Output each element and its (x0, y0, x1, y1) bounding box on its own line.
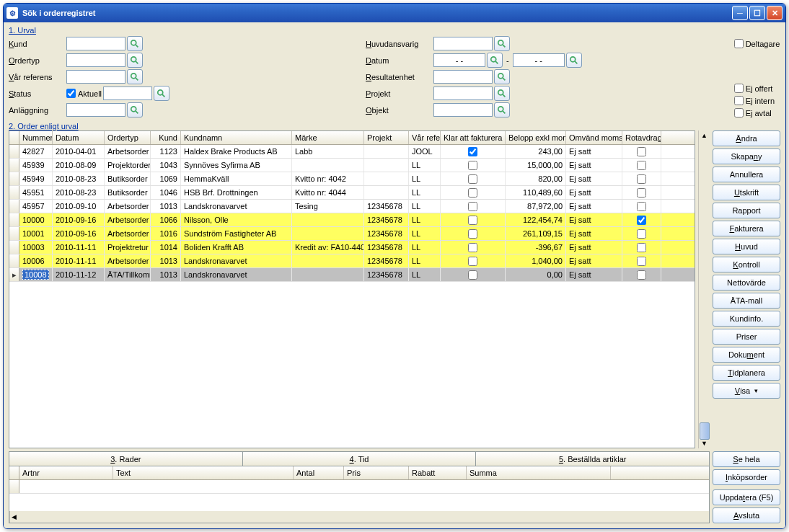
button-tamall[interactable]: ÄTA-mall (713, 293, 780, 309)
klar-checkbox[interactable] (468, 188, 477, 198)
button-kundinfo[interactable]: Kundinfo. (713, 311, 780, 327)
column-header[interactable]: Ordertyp (105, 131, 151, 144)
column-header[interactable]: Datum (53, 131, 105, 144)
table-row[interactable]: 459492010-08-23Butiksorder1069HemmaKväll… (9, 172, 695, 186)
filter-input-2[interactable] (66, 70, 125, 84)
deltagare-checkbox[interactable]: Deltagare (734, 36, 780, 51)
lookup-icon[interactable] (154, 86, 169, 101)
filter-input-r3[interactable] (433, 87, 493, 100)
filter-input-r0[interactable] (433, 37, 493, 50)
rot-checkbox[interactable] (637, 270, 646, 280)
rot-checkbox[interactable] (637, 147, 646, 156)
button-priser[interactable]: Priser (713, 329, 780, 345)
lines-grid[interactable]: ArtnrTextAntalPrisRabattSumma ◀ (9, 466, 710, 523)
button-dokument[interactable]: Dokument (713, 347, 780, 363)
column-header[interactable]: Rotavdrag (622, 131, 661, 144)
column-header[interactable]: Pris (344, 466, 409, 479)
table-row[interactable]: 459572010-09-10Arbetsorder1013Landskrona… (9, 200, 695, 213)
rot-checkbox[interactable] (637, 174, 646, 184)
filter-input-r2[interactable] (433, 70, 493, 84)
klar-checkbox[interactable] (468, 270, 477, 280)
filter-input-1[interactable] (66, 53, 125, 67)
button-utskrift[interactable]: Utskrift (713, 185, 780, 200)
button-ndra[interactable]: Ändra (713, 130, 780, 146)
minimize-button[interactable]: ─ (732, 6, 748, 20)
lookup-icon[interactable] (494, 36, 510, 51)
rot-checkbox[interactable] (637, 229, 646, 239)
filter-input-4[interactable] (66, 103, 125, 117)
calendar-icon[interactable] (487, 53, 503, 68)
klar-checkbox[interactable] (468, 161, 477, 170)
button-inkpsorder[interactable]: Inköpsorder (713, 469, 780, 485)
lookup-icon[interactable] (127, 69, 143, 84)
klar-checkbox[interactable] (468, 243, 477, 252)
button-sehela[interactable]: Se hela (713, 451, 780, 467)
button-annullera[interactable]: Annullera (713, 167, 780, 182)
rot-checkbox[interactable] (637, 161, 646, 170)
column-header[interactable]: Artnr (19, 466, 113, 479)
column-header[interactable]: Text (113, 466, 294, 479)
rot-checkbox[interactable] (637, 216, 646, 225)
table-row[interactable]: 100002010-09-16Arbetsorder1066Nilsson, O… (9, 213, 695, 227)
button-uppdateraf[interactable]: Uppdatera (F5) (713, 489, 780, 505)
button-nettovrde[interactable]: Nettovärde (713, 275, 780, 291)
column-header[interactable]: Kund (151, 131, 181, 144)
checkbox-ej-avtal[interactable]: Ej avtal (734, 108, 775, 118)
column-header[interactable]: Omvänd moms (566, 131, 622, 144)
checkbox-ej-offert[interactable]: Ej offert (734, 84, 775, 93)
rot-checkbox[interactable] (637, 243, 646, 252)
table-row[interactable]: 459512010-08-23Butiksorder1046HSB Brf. D… (9, 186, 695, 200)
lookup-icon[interactable] (494, 102, 510, 118)
table-row[interactable]: 459392010-08-09Projektorder1043Synnöves … (9, 159, 695, 172)
lookup-icon[interactable] (127, 36, 143, 51)
button-kontroll[interactable]: Kontroll (713, 257, 780, 272)
button-huvud[interactable]: Huvud (713, 239, 780, 254)
visa-dropdown[interactable]: Visa (713, 383, 780, 399)
titlebar[interactable]: ⚙ Sök i orderregistret ─ ☐ ✕ (4, 4, 785, 22)
button-skapany[interactable]: Skapa ny (713, 148, 780, 164)
table-row[interactable]: 428272010-04-01Arbetsorder1123Haldex Bra… (9, 145, 695, 159)
checkbox-ej-intern[interactable]: Ej intern (734, 96, 775, 105)
tab-bestallda[interactable]: 5. Beställda artiklar (476, 451, 710, 466)
table-row[interactable]: ▸100082010-11-12ÄTA/Tillkomm1013Landskro… (9, 268, 695, 282)
button-rapport[interactable]: Rapport (713, 203, 780, 218)
filter-input-r4[interactable] (433, 103, 493, 117)
klar-checkbox[interactable] (468, 147, 477, 156)
status-aktuell-checkbox[interactable]: Aktuell (66, 89, 102, 98)
close-button[interactable]: ✕ (767, 6, 783, 20)
maximize-button[interactable]: ☐ (749, 6, 765, 20)
klar-checkbox[interactable] (468, 229, 477, 239)
column-header[interactable]: Antal (294, 466, 344, 479)
klar-checkbox[interactable] (468, 257, 477, 266)
lookup-icon[interactable] (494, 69, 510, 84)
column-header[interactable]: Projekt (364, 131, 409, 144)
table-row[interactable]: 100012010-09-16Arbetsorder1016Sundström … (9, 227, 695, 241)
column-header[interactable]: Summa (467, 466, 611, 479)
lookup-icon[interactable] (127, 102, 143, 118)
klar-checkbox[interactable] (468, 216, 477, 225)
column-header[interactable]: Belopp exkl moms (506, 131, 566, 144)
button-avsluta[interactable]: Avsluta (713, 507, 780, 523)
button-tidplanera[interactable]: Tidplanera (713, 365, 780, 381)
column-header[interactable]: Vår refer (409, 131, 441, 144)
date-from-input[interactable] (433, 53, 485, 67)
table-row[interactable]: 100032010-11-11Projektretur1014Boliden K… (9, 241, 695, 254)
column-header[interactable]: Nummer (19, 131, 53, 144)
tab-rader[interactable]: 3. Rader (9, 451, 243, 466)
lookup-icon[interactable] (127, 53, 143, 68)
rot-checkbox[interactable] (637, 188, 646, 198)
column-header[interactable]: Klar att fakturera (441, 131, 506, 144)
scrollbar-vertical[interactable]: ▲ ▼ (698, 130, 710, 448)
rot-checkbox[interactable] (637, 202, 646, 211)
button-fakturera[interactable]: Fakturera (713, 221, 780, 236)
column-header[interactable]: Rabatt (409, 466, 467, 479)
order-grid[interactable]: NummerDatumOrdertypKundKundnamnMärkeProj… (9, 130, 695, 448)
rot-checkbox[interactable] (637, 257, 646, 266)
lookup-icon[interactable] (494, 86, 510, 101)
status-input[interactable] (103, 87, 152, 100)
tab-tid[interactable]: 4. Tid (243, 451, 477, 466)
table-row[interactable]: 100062010-11-11Arbetsorder1013Landskrona… (9, 254, 695, 268)
filter-input-0[interactable] (66, 37, 125, 50)
column-header[interactable]: Kundnamn (181, 131, 292, 144)
calendar-icon[interactable] (566, 53, 582, 68)
